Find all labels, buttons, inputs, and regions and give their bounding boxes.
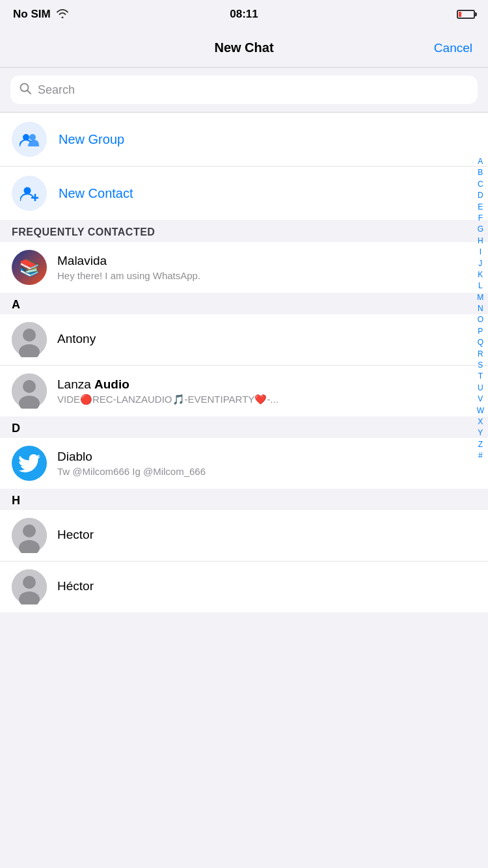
audio-bold: Audio (94, 377, 129, 391)
alpha-letter-q[interactable]: Q (476, 337, 485, 348)
alpha-letter-h[interactable]: H (476, 236, 485, 247)
contact-info-lanza-audio: Lanza Audio VIDE🔴REC-LANZAUDIO🎵-EVENTIPA… (57, 377, 476, 405)
avatar-diablo (12, 446, 47, 481)
frequently-contacted-header: FREQUENTLY CONTACTED (0, 220, 488, 242)
alpha-letter-r[interactable]: R (476, 349, 485, 360)
svg-point-3 (29, 134, 36, 141)
alpha-letter-l[interactable]: L (476, 280, 485, 292)
contact-info-hector1: Hector (57, 528, 476, 544)
alpha-letter-d[interactable]: D (476, 190, 485, 201)
contact-name-antony: Antony (57, 332, 476, 346)
alpha-letter-a[interactable]: A (476, 156, 485, 167)
new-group-label: New Group (59, 132, 124, 147)
alpha-letter-x[interactable]: X (476, 416, 485, 427)
alpha-letter-p[interactable]: P (476, 326, 485, 337)
svg-point-14 (23, 524, 36, 537)
search-placeholder-text: Search (38, 83, 75, 97)
contact-hector1[interactable]: Hector (0, 510, 488, 562)
alpha-letter-y[interactable]: Y (476, 427, 485, 439)
carrier-label: No SIM (13, 8, 51, 21)
alpha-letter-z[interactable]: Z (476, 439, 485, 450)
contact-name-diablo: Diablo (57, 450, 476, 464)
new-contact-icon (12, 176, 47, 211)
page-title: New Chat (214, 40, 273, 55)
section-letter-h: H (0, 489, 488, 510)
contact-name-malavida: Malavida (57, 254, 476, 268)
new-group-icon (12, 122, 47, 157)
contact-diablo[interactable]: Diablo Tw @Milcom666 Ig @Milcom_666 (0, 438, 488, 489)
battery-icon (457, 10, 475, 19)
contact-info-hector2: Héctor (57, 579, 476, 595)
contact-antony[interactable]: Antony (0, 314, 488, 366)
avatar-lanza-audio (12, 373, 47, 409)
alpha-letter-e[interactable]: E (476, 202, 485, 213)
alpha-letter-i[interactable]: I (476, 247, 485, 258)
avatar-hector2 (12, 569, 47, 604)
status-left: No SIM (13, 8, 69, 21)
svg-point-8 (23, 329, 36, 342)
contact-info-antony: Antony (57, 332, 476, 348)
contact-status-diablo: Tw @Milcom666 Ig @Milcom_666 (57, 466, 476, 477)
alpha-letter-o[interactable]: O (476, 314, 485, 325)
contact-name-lanza-audio: Lanza Audio (57, 377, 476, 392)
section-letter-a: A (0, 293, 488, 314)
status-time: 08:11 (230, 8, 258, 21)
avatar-antony (12, 322, 47, 357)
frequently-contacted-list: 📚 Malavida Hey there! I am using WhatsAp… (0, 242, 488, 293)
alpha-letter-s[interactable]: S (476, 360, 485, 371)
section-d-list: Diablo Tw @Milcom666 Ig @Milcom_666 (0, 438, 488, 489)
new-contact-label: New Contact (59, 186, 133, 201)
contact-malavida[interactable]: 📚 Malavida Hey there! I am using WhatsAp… (0, 242, 488, 293)
contact-hector2[interactable]: Héctor (0, 562, 488, 612)
status-bar: No SIM 08:11 (0, 0, 488, 29)
search-icon (20, 83, 31, 98)
contact-info-malavida: Malavida Hey there! I am using WhatsApp. (57, 254, 476, 281)
alpha-letter-f[interactable]: F (476, 213, 485, 224)
contact-status-malavida: Hey there! I am using WhatsApp. (57, 270, 476, 281)
alpha-letter-v[interactable]: V (476, 394, 485, 405)
alpha-letter-n[interactable]: N (476, 303, 485, 314)
svg-line-1 (27, 90, 31, 94)
section-a-list: Antony Lanza Audio VIDE🔴REC-LANZAUDIO🎵-E… (0, 314, 488, 416)
alpha-letter-c[interactable]: C (476, 179, 485, 190)
alpha-letter-u[interactable]: U (476, 383, 485, 394)
contact-lanza-audio[interactable]: Lanza Audio VIDE🔴REC-LANZAUDIO🎵-EVENTIPA… (0, 366, 488, 416)
alpha-letter-t[interactable]: T (476, 371, 485, 382)
alpha-letter-k[interactable]: K (476, 269, 485, 280)
alphabet-index: ABCDEFGHIJKLMNOPQRSTUVWXYZ# (476, 156, 485, 462)
avatar-hector1 (12, 518, 47, 553)
section-h-list: Hector Héctor (0, 510, 488, 612)
alpha-letter-w[interactable]: W (476, 405, 485, 416)
contact-status-lanza-audio: VIDE🔴REC-LANZAUDIO🎵-EVENTIPARTY❤️-... (57, 394, 476, 405)
status-right (457, 10, 475, 19)
new-contact-button[interactable]: New Contact (0, 167, 488, 220)
svg-point-11 (23, 380, 36, 393)
svg-point-4 (24, 187, 31, 195)
search-bar[interactable]: Search (10, 75, 478, 104)
action-list: New Group New Contact (0, 113, 488, 220)
new-group-button[interactable]: New Group (0, 113, 488, 167)
alpha-letter-j[interactable]: J (476, 258, 485, 269)
contact-info-diablo: Diablo Tw @Milcom666 Ig @Milcom_666 (57, 450, 476, 477)
contact-name-hector1: Hector (57, 528, 476, 542)
avatar-malavida: 📚 (12, 250, 47, 285)
alpha-letter-g[interactable]: G (476, 224, 485, 235)
alpha-letter-b[interactable]: B (476, 167, 485, 178)
wifi-icon (56, 8, 69, 21)
lanza-prefix: Lanza (57, 377, 94, 391)
nav-bar: New Chat Cancel (0, 29, 488, 68)
section-letter-d: D (0, 416, 488, 438)
alpha-letter-#[interactable]: # (476, 450, 485, 461)
cancel-button[interactable]: Cancel (434, 41, 472, 55)
svg-point-17 (23, 576, 36, 589)
search-container: Search (0, 68, 488, 113)
alpha-letter-m[interactable]: M (476, 292, 485, 303)
contact-name-hector2: Héctor (57, 579, 476, 593)
